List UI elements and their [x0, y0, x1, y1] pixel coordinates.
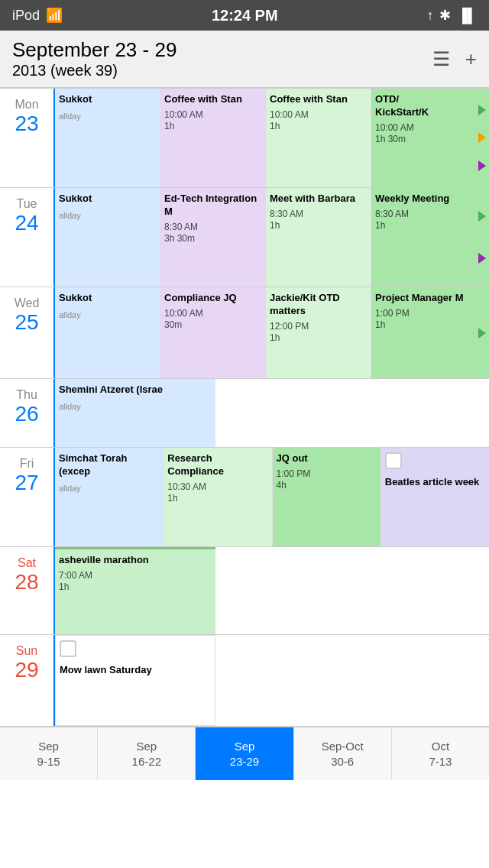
- day-name-wed: Wed: [15, 296, 40, 310]
- simchat-allday: allday: [59, 483, 159, 494]
- beatles-event[interactable]: Beatles article week: [381, 448, 489, 546]
- research-time: 10:30 AM1h: [167, 481, 267, 505]
- day-name-sat: Sat: [18, 556, 36, 570]
- shemini[interactable]: Shemini Atzeret (Israe allday: [55, 379, 215, 447]
- otd-kickstart[interactable]: OTD/KickStart/K 10:00 AM1h 30m: [371, 89, 489, 187]
- nav-sep-23-29[interactable]: Sep 23-29: [196, 727, 293, 780]
- saturday-events: asheville marathon 7:00 AM1h: [55, 547, 489, 634]
- nav-sep-23-29-label: Sep 23-29: [230, 739, 259, 769]
- day-row-saturday: Sat 28 asheville marathon 7:00 AM1h: [0, 547, 489, 635]
- sukkot-wed-title: Sukkot: [59, 292, 156, 305]
- header-actions: ☰ +: [432, 47, 477, 71]
- day-name-fri: Fri: [20, 457, 34, 471]
- meet-barbara[interactable]: Meet with Barbara 8:30 AM1h: [266, 188, 371, 287]
- calendar-grid: Mon 23 Sukkot allday Coffee with Stan 10…: [0, 88, 489, 727]
- day-label-wednesday: Wed 25: [0, 287, 55, 378]
- day-name-thu: Thu: [16, 388, 37, 402]
- day-row-wednesday: Wed 25 Sukkot allday Compliance JQ 10:00…: [0, 287, 489, 379]
- sukkot-wed-allday: allday: [59, 309, 156, 320]
- weekly-arrows: [475, 188, 489, 287]
- week-number: 2013 (week 39): [12, 62, 176, 79]
- day-label-monday: Mon 23: [0, 89, 55, 187]
- project-manager-time: 1:00 PM1h: [375, 308, 472, 332]
- sukkot-tue[interactable]: Sukkot allday: [55, 188, 160, 287]
- nav-sep-9-15[interactable]: Sep 9-15: [0, 727, 98, 780]
- coffee-stan-1[interactable]: Coffee with Stan 10:00 AM1h: [160, 89, 266, 187]
- arrow-orange: [478, 132, 486, 143]
- project-manager-title: Project Manager M: [375, 292, 472, 305]
- mow-lawn-checkbox[interactable]: [60, 640, 76, 657]
- coffee-stan-2[interactable]: Coffee with Stan 10:00 AM1h: [266, 89, 371, 187]
- wifi-icon: 📶: [46, 7, 63, 24]
- edtech-event[interactable]: Ed-Tech Integration M 8:30 AM3h 30m: [160, 188, 266, 287]
- day-num-26: 26: [15, 402, 38, 426]
- project-arrows: [475, 287, 489, 378]
- status-right: ↑ ✱ ▐▌: [426, 7, 477, 24]
- sukkot-mon[interactable]: Sukkot allday: [55, 89, 160, 187]
- day-num-27: 27: [15, 471, 38, 495]
- day-row-thursday: Thu 26 Shemini Atzeret (Israe allday: [0, 379, 489, 448]
- project-manager[interactable]: Project Manager M 1:00 PM1h: [371, 287, 489, 378]
- menu-button[interactable]: ☰: [432, 47, 450, 71]
- otd-time: 10:00 AM1h 30m: [375, 122, 472, 146]
- sukkot-mon-title: Sukkot: [59, 93, 156, 106]
- meet-barbara-time: 8:30 AM1h: [270, 209, 367, 232]
- day-name-mon: Mon: [15, 98, 38, 112]
- compliance-jq[interactable]: Compliance JQ 10:00 AM30m: [160, 287, 266, 378]
- coffee-stan-2-time: 10:00 AM1h: [270, 109, 367, 133]
- research-compliance[interactable]: Research Compliance 10:30 AM1h: [164, 448, 272, 546]
- shemini-title: Shemini Atzeret (Israe: [59, 384, 212, 397]
- edtech-time: 8:30 AM3h 30m: [164, 222, 261, 245]
- wednesday-events: Sukkot allday Compliance JQ 10:00 AM30m …: [55, 287, 489, 378]
- weekly-meeting[interactable]: Weekly Meeting 8:30 AM1h: [371, 188, 489, 287]
- calendar-header: September 23 - 29 2013 (week 39) ☰ +: [0, 31, 489, 88]
- meet-barbara-title: Meet with Barbara: [270, 193, 367, 206]
- monday-events: Sukkot allday Coffee with Stan 10:00 AM1…: [55, 89, 489, 187]
- mow-lawn[interactable]: Mow lawn Saturday: [55, 635, 215, 726]
- asheville[interactable]: asheville marathon 7:00 AM1h: [55, 547, 215, 634]
- beatles-title: Beatles article week: [385, 476, 485, 489]
- sukkot-wed[interactable]: Sukkot allday: [55, 287, 160, 378]
- coffee-stan-2-title: Coffee with Stan: [270, 93, 367, 106]
- jackie-kit-time: 12:00 PM1h: [270, 321, 367, 345]
- simchat-title: Simchat Torah (excep: [59, 452, 159, 478]
- asheville-time: 7:00 AM1h: [59, 570, 212, 594]
- friday-events: Simchat Torah (excep allday Research Com…: [55, 448, 489, 546]
- nav-oct-7-13-label: Oct 7-13: [429, 739, 452, 769]
- day-name-tue: Tue: [17, 197, 37, 211]
- day-row-monday: Mon 23 Sukkot allday Coffee with Stan 10…: [0, 89, 489, 188]
- nav-sep-oct-30-6-label: Sep-Oct 30-6: [322, 739, 364, 769]
- time-display: 12:24 PM: [212, 7, 278, 24]
- sunday-events: Mow lawn Saturday: [55, 635, 489, 726]
- day-label-sunday: Sun 29: [0, 635, 55, 726]
- sukkot-tue-allday: allday: [59, 210, 156, 221]
- weekly-meeting-time: 8:30 AM1h: [375, 209, 472, 232]
- otd-title: OTD/KickStart/K: [375, 93, 472, 119]
- otd-arrows: [475, 89, 489, 187]
- location-icon: ↑: [426, 8, 433, 24]
- day-row-friday: Fri 27 Simchat Torah (excep allday Resea…: [0, 448, 489, 547]
- day-num-25: 25: [15, 310, 38, 335]
- battery-icon: ▐▌: [457, 8, 477, 24]
- nav-sep-oct-30-6[interactable]: Sep-Oct 30-6: [294, 727, 392, 780]
- nav-sep-16-22[interactable]: Sep 16-22: [98, 727, 196, 780]
- status-bar: iPod 📶 12:24 PM ↑ ✱ ▐▌: [0, 0, 489, 31]
- day-label-saturday: Sat 28: [0, 547, 55, 634]
- jq-out[interactable]: JQ out 1:00 PM4h: [273, 448, 381, 546]
- weekly-meeting-title: Weekly Meeting: [375, 193, 472, 206]
- simchat[interactable]: Simchat Torah (excep allday: [55, 448, 164, 546]
- beatles-checkbox[interactable]: [385, 452, 402, 469]
- compliance-jq-title: Compliance JQ: [164, 292, 261, 305]
- day-row-tuesday: Tue 24 Sukkot allday Ed-Tech Integration…: [0, 188, 489, 287]
- day-label-friday: Fri 27: [0, 448, 55, 546]
- jackie-kit[interactable]: Jackie/Kit OTD matters 12:00 PM1h: [266, 287, 371, 378]
- add-event-button[interactable]: +: [465, 47, 477, 71]
- arrow-green-3: [478, 328, 486, 338]
- nav-oct-7-13[interactable]: Oct 7-13: [392, 727, 489, 780]
- edtech-title: Ed-Tech Integration M: [164, 193, 261, 219]
- day-num-29: 29: [15, 658, 38, 682]
- asheville-title: asheville marathon: [59, 554, 212, 567]
- shemini-allday: allday: [59, 401, 212, 412]
- day-name-sun: Sun: [16, 644, 37, 658]
- arrow-purple: [478, 160, 486, 171]
